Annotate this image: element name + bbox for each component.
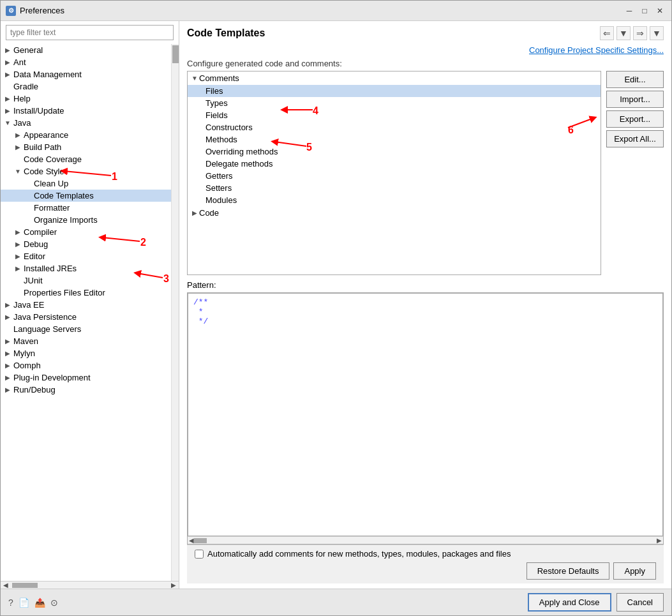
sidebar-item-code-style[interactable]: ▼Code Style — [1, 165, 171, 177]
back-button[interactable]: ⇐ — [600, 26, 614, 40]
template-item-types[interactable]: Types — [188, 97, 601, 109]
restore-defaults-button[interactable]: Restore Defaults — [526, 562, 610, 580]
sidebar-item-compiler[interactable]: ▶Compiler — [1, 226, 171, 238]
sidebar-item-plug-in-development[interactable]: ▶Plug-in Development — [1, 372, 171, 384]
template-item-modules[interactable]: Modules — [188, 194, 601, 206]
export-all-button[interactable]: Export All... — [606, 130, 664, 147]
configure-link[interactable]: Configure Project Specific Settings... — [529, 45, 664, 55]
sidebar-item-gradle[interactable]: Gradle — [1, 80, 171, 93]
template-item-fields[interactable]: Fields — [188, 109, 601, 121]
template-item-constructors[interactable]: Constructors — [188, 121, 601, 133]
scroll-left-icon[interactable]: ◀ — [2, 582, 10, 589]
sidebar-item-help[interactable]: ▶Help — [1, 93, 171, 105]
auto-comment-checkbox[interactable] — [195, 550, 204, 559]
sidebar-item-java-ee[interactable]: ▶Java EE — [1, 299, 171, 311]
sidebar-item-organize-imports[interactable]: Organize Imports — [1, 214, 171, 226]
pattern-label: Pattern: — [187, 280, 664, 290]
cancel-button[interactable]: Cancel — [616, 593, 664, 612]
checkbox-row: Automatically add comments for new metho… — [195, 549, 656, 559]
tree-item-label: Mylyn — [12, 349, 35, 358]
tree-item-label: Debug — [22, 239, 48, 249]
export-icon[interactable]: 📤 — [34, 597, 45, 608]
template-item-label: Getters — [205, 171, 233, 181]
template-item-label: Setters — [205, 183, 232, 193]
tree-container: ▶General▶Ant▶Data ManagementGradle▶Help▶… — [1, 44, 171, 581]
template-item-overriding-methods[interactable]: Overriding methods — [188, 146, 601, 158]
sidebar-item-junit[interactable]: JUnit — [1, 274, 171, 287]
sidebar-item-java-persistence[interactable]: ▶Java Persistence — [1, 311, 171, 323]
sidebar-item-data-management[interactable]: ▶Data Management — [1, 68, 171, 80]
tree-item-label: Code Templates — [33, 191, 94, 200]
settings-icon[interactable]: ⊙ — [50, 597, 58, 608]
sidebar-item-language-servers[interactable]: Language Servers — [1, 323, 171, 335]
collapse-icon: ▼ — [13, 167, 22, 176]
template-item-label: Overriding methods — [205, 147, 278, 156]
sidebar-item-properties-files-editor[interactable]: Properties Files Editor — [1, 287, 171, 299]
sidebar-item-code-templates[interactable]: Code Templates — [1, 190, 171, 202]
tree-item-label: Organize Imports — [33, 215, 98, 225]
sidebar-item-install-update[interactable]: ▶Install/Update — [1, 105, 171, 117]
template-group-comments[interactable]: ▼Comments — [188, 71, 601, 85]
sidebar-item-general[interactable]: ▶General — [1, 44, 171, 56]
import-button[interactable]: Import... — [606, 91, 664, 108]
hscroll-thumb[interactable] — [194, 538, 207, 543]
sidebar-item-appearance[interactable]: ▶Appearance — [1, 129, 171, 141]
tree-item-label: Oomph — [12, 361, 41, 370]
forward-button[interactable]: ⇒ — [633, 26, 647, 40]
pattern-editor[interactable]: /** * */ — [188, 293, 663, 536]
template-item-methods[interactable]: Methods — [188, 133, 601, 146]
tree-item-label: Plug-in Development — [12, 373, 91, 382]
configure-row: Configure Project Specific Settings... — [187, 45, 664, 55]
footer-icons: ? 📄 📤 ⊙ — [8, 597, 58, 608]
expand-icon: ▶ — [3, 313, 12, 322]
sidebar-item-build-path[interactable]: ▶Build Path — [1, 141, 171, 153]
doc-icon[interactable]: 📄 — [19, 597, 29, 608]
right-toolbar: ⇐ ▼ ⇒ ▼ — [600, 26, 664, 40]
sidebar-item-code-coverage[interactable]: Code Coverage — [1, 153, 171, 165]
sidebar-item-installed-jres[interactable]: ▶Installed JREs — [1, 262, 171, 274]
titlebar-title: Preferences — [20, 6, 623, 15]
sidebar-item-java[interactable]: ▼Java — [1, 117, 171, 129]
scroll-right-icon[interactable]: ▶ — [170, 582, 177, 589]
close-button[interactable]: ✕ — [653, 4, 666, 17]
page-title: Code Templates — [187, 27, 265, 39]
sidebar-item-clean-up[interactable]: Clean Up — [1, 177, 171, 190]
template-item-setters[interactable]: Setters — [188, 182, 601, 194]
sidebar-item-run-debug[interactable]: ▶Run/Debug — [1, 384, 171, 396]
tree-item-label: Run/Debug — [12, 385, 56, 394]
template-item-files[interactable]: Files — [188, 85, 601, 97]
template-area: ▼CommentsFilesTypesFieldsConstructorsMet… — [187, 71, 664, 275]
help-icon[interactable]: ? — [8, 597, 13, 608]
tree-item-label: Data Management — [12, 70, 82, 79]
edit-button[interactable]: Edit... — [606, 71, 664, 88]
sidebar-item-mylyn[interactable]: ▶Mylyn — [1, 347, 171, 359]
apply-button[interactable]: Apply — [613, 562, 656, 580]
expand-icon: ▶ — [13, 131, 22, 140]
right-header: Code Templates ⇐ ▼ ⇒ ▼ — [187, 26, 664, 40]
tree-item-label: Maven — [12, 336, 38, 346]
left-hscrollbar[interactable]: ◀ ▶ — [1, 581, 179, 589]
pattern-hscrollbar[interactable]: ◀ ▶ — [188, 536, 663, 544]
sidebar-item-ant[interactable]: ▶Ant — [1, 56, 171, 68]
sidebar-item-formatter[interactable]: Formatter — [1, 202, 171, 214]
apply-and-close-button[interactable]: Apply and Close — [528, 593, 611, 612]
template-group-label: Comments — [199, 73, 239, 83]
template-group-code[interactable]: ▶Code — [188, 206, 601, 220]
maximize-button[interactable]: □ — [638, 4, 651, 17]
hscroll-thumb[interactable] — [12, 583, 38, 588]
template-item-label: Constructors — [205, 123, 253, 132]
sidebar-item-oomph[interactable]: ▶Oomph — [1, 359, 171, 372]
pattern-section: Pattern: /** * */ ◀ ▶ — [187, 280, 664, 545]
template-item-getters[interactable]: Getters — [188, 170, 601, 182]
sidebar-item-editor[interactable]: ▶Editor — [1, 250, 171, 262]
template-tree: ▼CommentsFilesTypesFieldsConstructorsMet… — [187, 71, 601, 275]
hscroll-right-icon[interactable]: ▶ — [657, 537, 662, 544]
sidebar-item-debug[interactable]: ▶Debug — [1, 238, 171, 250]
export-button[interactable]: Export... — [606, 110, 664, 128]
tree-item-label: Installed JREs — [22, 264, 77, 273]
template-item-delegate-methods[interactable]: Delegate methods — [188, 158, 601, 170]
filter-input[interactable] — [6, 25, 174, 40]
hscroll-left-icon[interactable]: ◀ — [189, 537, 194, 544]
sidebar-item-maven[interactable]: ▶Maven — [1, 335, 171, 347]
minimize-button[interactable]: ─ — [623, 4, 636, 17]
